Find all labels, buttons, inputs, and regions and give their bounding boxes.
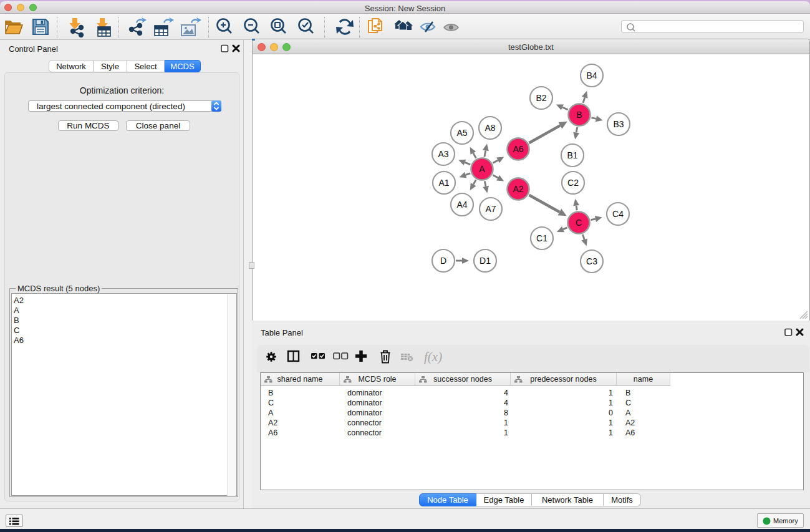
svg-text:B3: B3 xyxy=(613,119,624,129)
svg-text:C3: C3 xyxy=(586,256,597,266)
svg-text:C4: C4 xyxy=(612,209,624,219)
svg-text:D1: D1 xyxy=(480,256,491,266)
svg-text:B1: B1 xyxy=(567,150,577,160)
svg-text:D: D xyxy=(440,256,446,266)
svg-text:A: A xyxy=(479,164,485,174)
svg-text:A5: A5 xyxy=(456,128,467,138)
svg-text:A2: A2 xyxy=(513,184,523,194)
svg-text:A4: A4 xyxy=(456,200,467,210)
svg-text:B4: B4 xyxy=(586,70,597,80)
svg-text:A3: A3 xyxy=(438,149,448,159)
svg-text:f(x): f(x) xyxy=(424,349,442,364)
svg-text:A8: A8 xyxy=(485,123,495,133)
svg-text:B2: B2 xyxy=(536,93,546,103)
svg-text:A7: A7 xyxy=(485,204,496,214)
svg-text:B: B xyxy=(576,110,582,120)
svg-text:A6: A6 xyxy=(513,144,523,154)
svg-text:C: C xyxy=(576,218,582,228)
svg-text:C1: C1 xyxy=(536,233,547,243)
svg-text:A1: A1 xyxy=(438,178,449,188)
svg-text:C2: C2 xyxy=(567,178,579,188)
